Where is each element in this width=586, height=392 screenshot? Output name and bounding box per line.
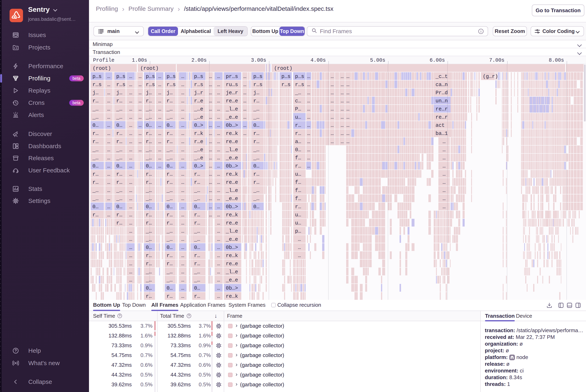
svg-text:(root): (root) [274, 66, 292, 72]
svg-text:r…: r… [167, 180, 173, 186]
svg-text:…: … [107, 147, 110, 153]
svg-text:…: … [341, 90, 344, 96]
svg-text:…: … [217, 82, 220, 88]
svg-text:0…: 0… [146, 163, 152, 169]
svg-text:…: … [129, 253, 132, 259]
svg-text:…: … [139, 98, 142, 104]
svg-text:_…: _… [116, 106, 122, 112]
svg-text:re…e: re…e [226, 180, 238, 186]
svg-text:…: … [158, 114, 161, 120]
svg-text:…: … [107, 131, 110, 136]
svg-text:…: … [129, 261, 132, 267]
svg-text:r…: r… [116, 171, 122, 177]
svg-text:ca…n: ca…n [435, 82, 448, 88]
svg-text:…: … [307, 90, 310, 96]
svg-text:…: … [181, 90, 184, 96]
svg-text:_…e: _…e [194, 106, 203, 112]
svg-text:…: … [181, 294, 184, 300]
svg-text:r…: r… [93, 98, 99, 104]
svg-text:…: … [442, 171, 445, 177]
svg-text:(g…r): (g…r) [483, 74, 498, 80]
svg-text:…: … [307, 139, 310, 145]
svg-text:…: … [181, 269, 184, 275]
svg-text:r…k: r…k [194, 131, 203, 136]
svg-text:…: … [107, 196, 110, 202]
svg-text:r…: r… [146, 139, 152, 145]
svg-text:re…k: re…k [226, 212, 238, 218]
svg-text:…: … [331, 74, 334, 80]
svg-text:…: … [181, 228, 184, 234]
svg-text:re…e: re…e [226, 261, 238, 267]
svg-text:p…s: p…s [253, 74, 262, 80]
svg-text:act: act [435, 122, 445, 128]
svg-text:…: … [217, 220, 220, 226]
svg-text:_l…e: _l…e [226, 147, 238, 153]
svg-text:r…: r… [146, 253, 152, 259]
svg-text:…: … [217, 253, 220, 259]
svg-text:_l…e: _l…e [226, 106, 238, 112]
svg-text:_…: _… [116, 114, 122, 120]
svg-text:…: … [442, 204, 445, 210]
svg-text:re…k: re…k [226, 171, 238, 177]
svg-text:…: … [181, 188, 184, 194]
svg-text:r…: r… [295, 163, 301, 169]
svg-text:…: … [107, 122, 110, 128]
svg-text:…: … [442, 180, 445, 186]
svg-text:0…: 0… [93, 163, 99, 169]
svg-text:_…: _… [166, 196, 173, 202]
svg-text:…: … [307, 122, 310, 128]
svg-text:_e…e: _e…e [226, 114, 238, 120]
svg-text:u…: u… [295, 220, 301, 226]
svg-text:_l…e: _l…e [226, 228, 238, 234]
svg-text:…: … [107, 188, 110, 194]
svg-text:…: … [217, 74, 220, 80]
svg-text:…: … [181, 236, 184, 242]
svg-text:…: … [181, 180, 184, 186]
svg-text:un…n: un…n [435, 98, 448, 104]
svg-text:…: … [129, 155, 132, 161]
svg-text:P…: P… [295, 106, 301, 112]
svg-text:_…: _… [92, 114, 99, 120]
svg-text:…: … [442, 139, 445, 145]
svg-text:0…>: 0…> [194, 163, 203, 169]
svg-text:u…: u… [295, 171, 301, 177]
svg-text:…: … [217, 285, 220, 291]
svg-text:…: … [243, 98, 246, 104]
svg-text:…: … [243, 82, 246, 88]
svg-text:r…: r… [146, 171, 152, 177]
svg-text:r…: r… [167, 212, 173, 218]
svg-text:…: … [107, 106, 110, 112]
svg-text:…: … [331, 90, 334, 96]
svg-text:…: … [181, 220, 184, 226]
svg-text:r…: r… [146, 294, 152, 300]
svg-text:0…: 0… [116, 204, 122, 210]
svg-text:r…: r… [93, 131, 99, 136]
svg-text:…: … [341, 114, 344, 120]
svg-text:_…: _… [166, 155, 173, 161]
svg-text:p…s: p…s [116, 74, 125, 80]
svg-text:…: … [181, 196, 184, 202]
svg-text:…: … [217, 147, 220, 153]
svg-text:_…: _… [253, 155, 259, 161]
svg-text:c…: c… [295, 98, 301, 104]
svg-text:…: … [129, 180, 132, 186]
svg-text:…: … [181, 131, 184, 136]
svg-text:0…: 0… [116, 163, 122, 169]
svg-text:…: … [307, 82, 310, 88]
svg-text:…: … [331, 98, 334, 104]
svg-text:j…: j… [167, 90, 173, 96]
svg-text:r…: r… [167, 98, 173, 104]
svg-text:_…: _… [92, 147, 99, 153]
svg-text:r…s: r…s [295, 82, 304, 88]
svg-text:…: … [158, 147, 161, 153]
svg-text:_…: _… [146, 228, 152, 234]
svg-text:…: … [181, 74, 184, 80]
svg-text:…: … [129, 147, 132, 153]
svg-text:…: … [217, 277, 220, 283]
svg-text:…: … [298, 245, 301, 250]
svg-text:…: … [217, 122, 220, 128]
svg-text:…: … [243, 114, 246, 120]
svg-text:r…s: r…s [93, 82, 102, 88]
svg-text:…: … [107, 212, 110, 218]
svg-text:r…: r… [146, 180, 152, 186]
